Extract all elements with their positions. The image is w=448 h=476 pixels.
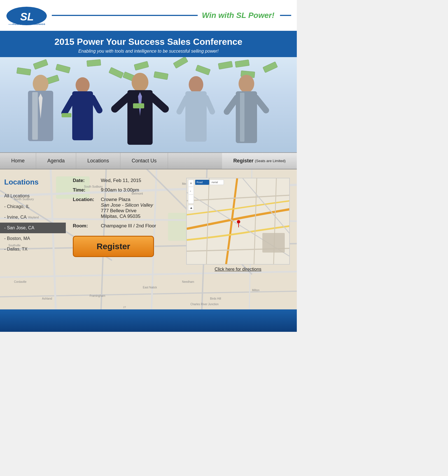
svg-point-23 bbox=[239, 75, 254, 93]
nav-contact[interactable]: Contact Us bbox=[120, 153, 168, 169]
svg-rect-6 bbox=[32, 92, 38, 140]
logo-container: SL POWER ELECTRONICS bbox=[6, 4, 48, 27]
nav-register[interactable]: Register (Seats are Limited) bbox=[222, 153, 297, 169]
map-image[interactable]: + - ▲ Road Aerial bbox=[186, 178, 290, 265]
svg-rect-18 bbox=[133, 103, 144, 108]
date-label: Date: bbox=[73, 178, 98, 183]
svg-line-10 bbox=[64, 98, 73, 113]
svg-text:▲: ▲ bbox=[190, 206, 193, 210]
conference-subtitle: Enabling you with tools and intelligence… bbox=[6, 49, 291, 54]
time-row: Time: 9:00am to 3:00pm bbox=[73, 187, 181, 193]
nav-agenda[interactable]: Agenda bbox=[36, 153, 76, 169]
time-label: Time: bbox=[73, 187, 98, 193]
svg-text:Road: Road bbox=[197, 181, 203, 184]
page-header: SL POWER ELECTRONICS Win with SL Power! bbox=[0, 0, 297, 32]
svg-rect-71 bbox=[262, 233, 285, 253]
svg-point-8 bbox=[76, 77, 90, 93]
svg-rect-25 bbox=[240, 93, 244, 142]
date-row: Date: Wed, Feb 11, 2015 bbox=[73, 178, 181, 183]
time-value: 9:00am to 3:00pm bbox=[101, 187, 139, 193]
svg-text:+: + bbox=[190, 181, 192, 185]
locations-list: All Locations - Chicago, IL - Irvine, CA… bbox=[0, 191, 66, 255]
hero-image bbox=[0, 57, 297, 152]
nav-home[interactable]: Home bbox=[0, 153, 36, 169]
content-panel: Date: Wed, Feb 11, 2015 Time: 9:00am to … bbox=[66, 169, 297, 309]
location-value: Crowne Plaza San Jose - Silicon Valley 7… bbox=[101, 197, 153, 219]
sl-logo: SL POWER ELECTRONICS bbox=[6, 4, 48, 27]
svg-text:Aerial: Aerial bbox=[211, 181, 218, 184]
svg-line-26 bbox=[227, 98, 237, 112]
page-footer bbox=[0, 309, 297, 332]
location-san-jose[interactable]: - San Jose, CA bbox=[0, 223, 66, 233]
map-svg: + - ▲ Road Aerial bbox=[187, 178, 290, 265]
conference-banner: 2015 Power Your Success Sales Conference… bbox=[0, 32, 297, 57]
location-dallas[interactable]: - Dallas, TX bbox=[0, 244, 66, 255]
map-panel: + - ▲ Road Aerial Click here bbox=[186, 178, 290, 301]
header-right: Win with SL Power! bbox=[48, 11, 291, 20]
location-row: Location: Crowne Plaza San Jose - Silico… bbox=[73, 197, 181, 219]
svg-line-11 bbox=[92, 98, 99, 110]
main-content: North Sudbury South Sudbury Belmont Medf… bbox=[0, 169, 297, 309]
nav-locations[interactable]: Locations bbox=[76, 153, 120, 169]
svg-point-83 bbox=[237, 220, 240, 223]
room-row: Room: Champagne III / 2nd Floor bbox=[73, 223, 181, 229]
svg-text:-: - bbox=[190, 189, 191, 193]
hero-people bbox=[0, 57, 297, 152]
date-value: Wed, Feb 11, 2015 bbox=[101, 178, 141, 183]
main-navbar: Home Agenda Locations Contact Us Registe… bbox=[0, 152, 297, 169]
svg-point-19 bbox=[189, 76, 203, 93]
room-label: Room: bbox=[73, 223, 98, 229]
location-chicago[interactable]: - Chicago, IL bbox=[0, 201, 66, 212]
svg-text:SL: SL bbox=[20, 11, 34, 23]
svg-line-15 bbox=[115, 96, 129, 109]
svg-point-4 bbox=[33, 75, 48, 93]
svg-rect-12 bbox=[62, 113, 71, 117]
register-seats-note: (Seats are Limited) bbox=[255, 159, 286, 163]
location-boston[interactable]: - Boston, MA bbox=[0, 233, 66, 244]
svg-point-13 bbox=[132, 73, 148, 92]
room-value: Champagne III / 2nd Floor bbox=[101, 223, 156, 229]
tagline: Win with SL Power! bbox=[202, 11, 274, 20]
sidebar: Locations All Locations - Chicago, IL - … bbox=[0, 169, 66, 309]
svg-line-16 bbox=[151, 96, 165, 109]
conference-title: 2015 Power Your Success Sales Conference bbox=[6, 37, 291, 47]
location-all[interactable]: All Locations bbox=[0, 191, 66, 201]
svg-line-22 bbox=[206, 98, 212, 112]
register-button[interactable]: Register bbox=[73, 236, 154, 257]
location-irvine[interactable]: - Irvine, CA bbox=[0, 212, 66, 223]
header-line-right bbox=[280, 15, 291, 16]
location-label: Location: bbox=[73, 197, 98, 202]
header-line bbox=[52, 15, 198, 16]
svg-text:POWER ELECTRONICS: POWER ELECTRONICS bbox=[13, 23, 46, 25]
svg-line-27 bbox=[256, 98, 266, 110]
event-details: Date: Wed, Feb 11, 2015 Time: 9:00am to … bbox=[73, 178, 181, 301]
sidebar-title: Locations bbox=[0, 175, 66, 191]
directions-link[interactable]: Click here for directions bbox=[186, 267, 290, 272]
